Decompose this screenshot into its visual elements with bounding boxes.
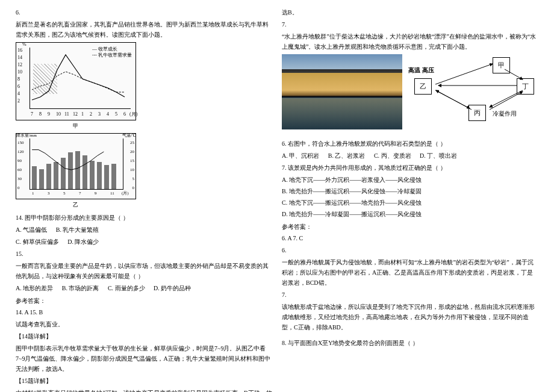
q6-number: 6.: [16, 7, 272, 17]
q6r-opt-b: B. 乙、岩浆岩: [328, 151, 366, 161]
exp7-num: 7.: [282, 290, 538, 300]
x-tick: 7: [79, 190, 81, 198]
yr-tick: 10: [130, 167, 134, 174]
q15-number: 15.: [16, 249, 272, 259]
continuation: 选B。: [282, 7, 538, 17]
q6r-opt-d: D. 丁、喷出岩: [420, 151, 457, 161]
q14-opt-c: C. 鲜草供应偏多: [16, 237, 59, 247]
yl-tick: 150: [17, 140, 24, 147]
yr-tick: 5: [132, 176, 135, 183]
figure-row: 高温 高压 甲 乙 丁 丙 冷凝作用: [282, 54, 538, 132]
y-unit: %: [22, 40, 26, 49]
explain15-title: 【15题详解】: [16, 376, 272, 386]
q15-options: A. 地形的差异 B. 市场的距离 C. 雨量的多少 D. 奶牛的品种: [16, 283, 272, 293]
yr-tick: 20: [130, 149, 134, 156]
svg-line-6: [490, 92, 523, 110]
exp7-body: 该地貌形成于盆地边缘，所以应该是受到了地壳下沉作用，形成的盆地，然后由流水沉积逐…: [282, 302, 538, 332]
yardang-photo: [282, 54, 402, 129]
q14-opt-a: A. 气温偏低: [16, 225, 47, 235]
yl-tick: 30: [17, 176, 22, 183]
q6r-options: A. 甲、沉积岩 B. 乙、岩浆岩 C. 丙、变质岩 D. 丁、喷出岩: [282, 151, 538, 161]
q6-intro: 新西兰是著名的乳畜业国家，其乳畜产品销往世界各地。图甲为新西兰某地牧草成长与乳牛…: [16, 19, 272, 40]
x-tick: 9: [95, 190, 97, 198]
yl-tick: 0: [17, 185, 20, 192]
yl-tick: 120: [17, 149, 24, 156]
q14-opt-d: D. 降水偏少: [67, 237, 99, 247]
q8-stem: 8. 与平面图自X至Y地势变化最符合的剖面图是（ ）: [282, 338, 538, 348]
chart-yi-label: 乙: [16, 201, 136, 210]
legend-dash: --- 乳牛牧草需求量: [92, 52, 132, 58]
explain14-body: 图甲中阴影表示乳牛牧草需求量大于牧草的生长量，鲜草供应偏少，时间是7~9月。从图…: [16, 343, 272, 374]
q6r-stem: 6. 右图中，符合水上雅丹地貌景观的代码和岩石类型的是（ ）: [282, 138, 538, 149]
answer-label-r: 参考答案：: [282, 222, 538, 232]
answer-label: 参考答案：: [16, 296, 272, 306]
chart-jia: 16 14 12 10 8 6 4 2 7 8 9 10 11 12 1 2 3…: [16, 42, 136, 120]
rock-cycle-diagram: 高温 高压 甲 乙 丁 丙 冷凝作用: [408, 54, 541, 129]
q15-opt-b: B. 市场的距离: [62, 283, 99, 293]
x-tick: 11: [110, 190, 114, 198]
yr-tick: 0: [132, 185, 135, 192]
q15-opt-a: A. 地形的差异: [16, 283, 53, 293]
q6r-opt-c: C. 丙、变质岩: [374, 151, 411, 161]
q15-opt-c: C. 雨量的多少: [108, 283, 145, 293]
exp6-num: 6.: [282, 245, 538, 255]
svg-line-0: [435, 64, 493, 84]
q7-number: 7.: [282, 19, 538, 30]
q14-options: A. 气温偏低 B. 乳牛大量繁殖: [16, 225, 272, 235]
q7-intro: “水上雅丹地貌群”位于柴达木盆地边缘，大片的砂岩地貌“漂浮”在鲜绿色的盐湖水中，…: [282, 31, 538, 52]
q7r-opt-a: A. 地壳下沉——外力沉积——岩浆侵入——风化侵蚀: [282, 175, 538, 185]
q7r-opt-d: D. 地壳抬升——冷却凝固——搬运沉积——风化侵蚀: [282, 209, 538, 219]
q15-opt-d: D. 奶牛的品种: [154, 283, 191, 293]
x-tick: 1: [32, 190, 34, 198]
right-axis-title: 气温/℃: [122, 132, 135, 140]
x-tick: 3: [48, 190, 50, 198]
yl-tick: 60: [17, 167, 22, 174]
q7r-options: A. 地壳下沉——外力沉积——岩浆侵入——风化侵蚀 B. 地壳抬升——搬运沉积—…: [282, 175, 538, 219]
temp-line: [30, 146, 110, 176]
q15-stem: 一般而言乳畜业最主要的产品是牛奶，以供应市场，但该地最主要的外销产品却是不易变质…: [16, 261, 272, 281]
chart-legend: — 牧草成长 --- 乳牛牧草需求量: [92, 46, 132, 59]
chart-jia-label: 甲: [16, 122, 136, 131]
chart-yi: 降水量/mm 气温/℃ 150 120 90 60 30 0 25 20 15 …: [16, 133, 136, 199]
q14-opt-b: B. 乳牛大量繁殖: [56, 225, 99, 235]
answer-line: 14. A 15. B: [16, 307, 272, 317]
legend-solid: — 牧草成长: [92, 46, 132, 52]
svg-line-5: [490, 90, 523, 107]
explain15-body: 由材料“其乳畜产品销往世界各地”可知，该地生产不易变质的乳制品是因为市场距离，B…: [16, 388, 272, 392]
svg-line-4: [436, 90, 472, 110]
exp6-body: 一般的雅丹地貌属于风力侵蚀地貌，而由材料可知“水上雅丹地貌”的岩石类型为“砂岩”…: [282, 257, 538, 288]
right-column: 选B。 7. “水上雅丹地貌群”位于柴达木盆地边缘，大片的砂岩地貌“漂浮”在鲜绿…: [277, 7, 543, 385]
answer-note: 试题考查乳畜业。: [16, 319, 272, 329]
x-unit: (月): [122, 190, 129, 198]
yr-tick: 25: [130, 140, 134, 147]
answer-line-r: 6. A 7. C: [282, 233, 538, 243]
q7r-opt-b: B. 地壳抬升——搬运沉积——风化侵蚀——冷却凝固: [282, 186, 538, 196]
yl-tick: 90: [17, 158, 22, 165]
left-column: 6. 新西兰是著名的乳畜业国家，其乳畜产品销往世界各地。图甲为新西兰某地牧草成长…: [11, 7, 277, 385]
diagram-arrows: [408, 54, 541, 129]
x-tick: 5: [63, 190, 66, 198]
q14-stem: 14. 图甲中阴影部分形成的主要原因是（ ）: [16, 213, 272, 223]
yr-tick: 15: [130, 158, 134, 165]
q7r-opt-c: C. 地壳下沉——搬运沉积——地壳抬升——风化侵蚀: [282, 198, 538, 208]
q6r-opt-a: A. 甲、沉积岩: [282, 151, 319, 161]
left-axis-title: 降水量/mm: [16, 132, 37, 140]
explain14-title: 【14题详解】: [16, 331, 272, 341]
svg-line-1: [505, 69, 523, 79]
q14-options-2: C. 鲜草供应偏多 D. 降水偏少: [16, 237, 272, 247]
q7r-stem: 7. 该景观是内外力共同作用形成的，其地质过程正确的是（ ）: [282, 163, 538, 173]
